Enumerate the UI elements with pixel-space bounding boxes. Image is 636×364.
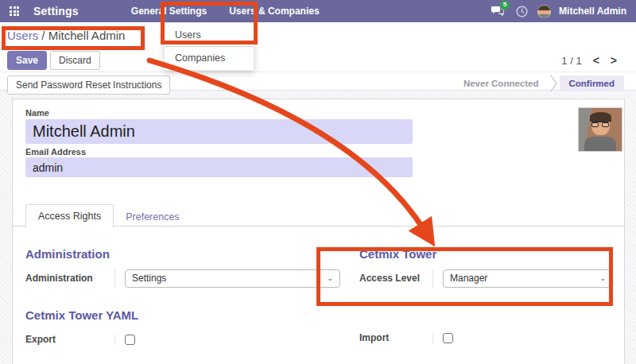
group-cetmix-tower: Cetmix Tower Access Level Manager ⌄ (359, 247, 613, 288)
dropdown-item-users[interactable]: Users (165, 25, 254, 45)
tab-access-rights[interactable]: Access Rights (25, 204, 114, 228)
group-cetmix-tower-yaml: Cetmix Tower YAML Export (25, 308, 340, 349)
administration-field-label: Administration (25, 273, 114, 284)
group-import: Import (359, 308, 613, 349)
status-confirmed[interactable]: Confirmed (560, 76, 625, 91)
group-administration: Administration Administration Settings ⌄ (25, 247, 340, 288)
chevron-down-icon: ⌄ (327, 274, 333, 282)
access-level-select[interactable]: Manager ⌄ (443, 269, 613, 288)
breadcrumb-separator: / (41, 29, 45, 42)
administration-select-value: Settings (132, 273, 166, 284)
topbar-right-section: 5 Mitchell Admin (490, 3, 636, 19)
export-field-row: Export (25, 330, 340, 349)
app-title[interactable]: Settings (33, 5, 79, 17)
pager-value: 1 / 1 (561, 55, 581, 67)
save-button[interactable]: Save (7, 51, 47, 70)
email-input[interactable] (25, 157, 413, 177)
form-action-buttons: Save Discard (7, 51, 100, 70)
pager-previous-icon[interactable]: < (593, 54, 599, 67)
chevron-down-icon: ⌄ (599, 274, 606, 282)
settings-groups: Administration Administration Settings ⌄… (25, 247, 613, 349)
import-label: Import (359, 332, 432, 343)
status-chevron-icon (550, 75, 558, 92)
administration-select[interactable]: Settings ⌄ (125, 269, 340, 288)
name-label: Name (25, 108, 49, 118)
statusbar: Never Connected Confirmed (454, 75, 624, 92)
top-navbar: Settings General Settings Users & Compan… (0, 0, 636, 22)
administration-field-row: Administration Settings ⌄ (25, 269, 340, 288)
import-checkbox[interactable] (443, 333, 453, 343)
dropdown-item-companies[interactable]: Companies (165, 48, 254, 68)
cetmix-tower-yaml-heading: Cetmix Tower YAML (25, 308, 340, 322)
breadcrumb: Users / Mitchell Admin (7, 29, 125, 42)
discard-button[interactable]: Discard (50, 51, 100, 70)
apps-grid-icon[interactable] (10, 6, 19, 16)
import-field-row: Import (359, 328, 613, 347)
users-companies-dropdown: Users Companies (164, 22, 254, 71)
user-profile-photo[interactable] (578, 107, 622, 152)
access-level-select-value: Manager (450, 273, 487, 284)
status-never-connected[interactable]: Never Connected (454, 76, 549, 91)
messages-icon[interactable]: 5 (490, 3, 506, 19)
record-pager: 1 / 1 < > (561, 54, 617, 67)
cetmix-tower-heading: Cetmix Tower (359, 247, 613, 261)
send-password-reset-button[interactable]: Send Password Reset Instructions (7, 76, 170, 95)
menu-general-settings[interactable]: General Settings (120, 0, 218, 22)
portrait-shirt (584, 137, 616, 152)
control-panel: Users / Mitchell Admin Save Discard 1 / … (0, 22, 636, 91)
portrait-hair (590, 112, 611, 122)
access-level-field-row: Access Level Manager ⌄ (359, 269, 613, 288)
clock-glyph (516, 6, 528, 17)
portrait-glasses (591, 122, 609, 126)
email-label: Email Address (25, 147, 86, 157)
breadcrumb-current: Mitchell Admin (48, 29, 126, 42)
unread-messages-badge: 5 (500, 1, 510, 10)
breadcrumb-users-link[interactable]: Users (7, 29, 38, 42)
control-panel-divider (0, 72, 636, 72)
settings-user-form-screen: Settings General Settings Users & Compan… (0, 0, 636, 364)
administration-heading: Administration (25, 247, 340, 261)
menu-users-companies[interactable]: Users & Companies (218, 0, 330, 22)
form-sheet: Name Email Address Access Rights Prefere… (12, 99, 625, 364)
tab-preferences[interactable]: Preferences (114, 206, 191, 228)
object-buttons: Send Password Reset Instructions (7, 76, 170, 95)
dropdown-divider (165, 46, 254, 47)
activities-clock-icon[interactable] (514, 3, 529, 19)
name-input[interactable] (25, 119, 413, 144)
export-label: Export (25, 334, 114, 345)
user-avatar-small[interactable] (537, 5, 551, 18)
pager-next-icon[interactable]: > (611, 54, 617, 67)
export-checkbox[interactable] (125, 335, 135, 345)
notebook-tabs: Access Rights Preferences (25, 204, 192, 228)
access-level-label: Access Level (359, 273, 432, 284)
user-menu[interactable]: Mitchell Admin (559, 6, 626, 17)
